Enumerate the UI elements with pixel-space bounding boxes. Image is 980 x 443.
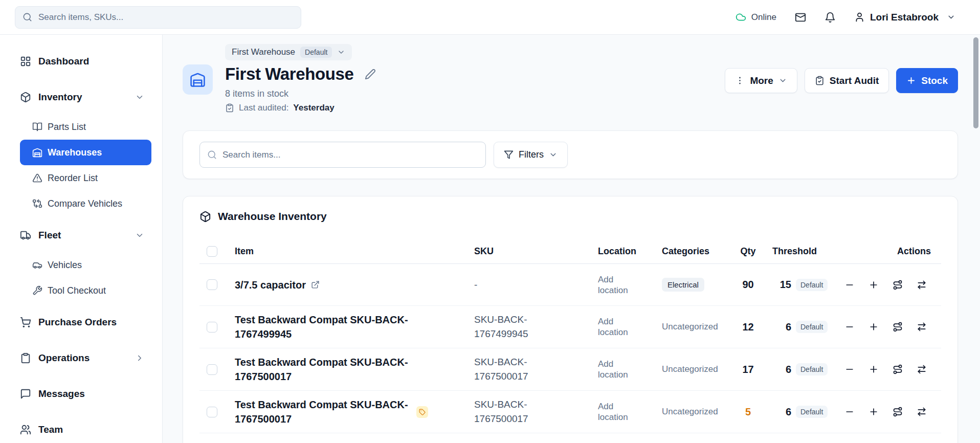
sidebar-item-dashboard[interactable]: Dashboard: [11, 49, 151, 74]
mail-icon: [795, 12, 806, 23]
add-location-link[interactable]: Add location: [598, 401, 635, 423]
global-search[interactable]: [15, 6, 301, 29]
add-location-link[interactable]: Add location: [598, 316, 635, 338]
decrement-qty-button[interactable]: [844, 280, 855, 290]
truck-icon: [20, 230, 31, 241]
alert-triangle-icon: [32, 173, 42, 183]
clipboard-icon: [20, 352, 31, 364]
add-stock-button[interactable]: Stock: [896, 68, 958, 93]
warehouse-switcher[interactable]: First Warehouse Default: [225, 44, 352, 60]
row-checkbox[interactable]: [207, 407, 217, 417]
category-label: Electrical: [662, 278, 704, 292]
sku-value: SKU-BACK-1767499945: [474, 313, 561, 341]
chevron-right-icon: [135, 353, 144, 363]
sidebar-item-reorder-list[interactable]: Reorder List: [20, 165, 151, 191]
cloud-icon: [736, 12, 746, 23]
minus-icon: [844, 364, 855, 374]
user-menu[interactable]: Lori Estabrook: [854, 12, 955, 23]
chevron-down-icon: [135, 93, 144, 102]
route-icon: [893, 364, 903, 374]
transfer-stock-button[interactable]: [917, 322, 927, 332]
car-icon: [32, 260, 42, 270]
items-search-input[interactable]: [222, 150, 478, 160]
book-open-icon: [32, 122, 42, 132]
global-search-input[interactable]: [38, 12, 294, 23]
col-sku: SKU: [474, 246, 494, 257]
inventory-card-title: Warehouse Inventory: [199, 210, 941, 223]
topbar: Online Lori Estabrook: [0, 0, 980, 35]
default-badge: Default: [300, 47, 332, 58]
adjust-stock-button[interactable]: [893, 322, 903, 332]
user-icon: [854, 12, 865, 23]
table-row: Test Backward Compat SKU-BACK-1767499945…: [199, 306, 941, 348]
last-audited: Last audited: Yesterday: [225, 103, 376, 113]
filters-button[interactable]: Filters: [494, 142, 568, 168]
threshold-value: 6: [772, 406, 791, 418]
row-checkbox[interactable]: [207, 364, 217, 375]
sidebar-item-warehouses[interactable]: Warehouses: [20, 140, 151, 165]
sidebar-item-compare-vehicles[interactable]: Compare Vehicles: [20, 191, 151, 216]
sidebar-item-fleet[interactable]: Fleet: [11, 223, 151, 248]
col-threshold: Threshold: [772, 246, 817, 257]
row-checkbox[interactable]: [207, 279, 217, 290]
transfer-stock-button[interactable]: [917, 407, 927, 417]
tag-badge-icon: [416, 406, 428, 418]
sidebar-item-inventory[interactable]: Inventory: [11, 84, 151, 110]
transfer-stock-button[interactable]: [917, 364, 927, 374]
plus-icon: [868, 407, 879, 417]
adjust-stock-button[interactable]: [893, 280, 903, 290]
decrement-qty-button[interactable]: [844, 364, 855, 374]
item-name[interactable]: Test Backward Compat SKU-BACK-1767500017: [235, 355, 411, 384]
messages-button[interactable]: [795, 12, 806, 23]
inventory-card: Warehouse Inventory Item SKU Location Ca…: [183, 196, 958, 443]
sidebar-item-purchase-orders[interactable]: Purchase Orders: [11, 309, 151, 335]
increment-qty-button[interactable]: [868, 364, 879, 374]
item-name[interactable]: 3/7.5 capacitor: [235, 278, 306, 292]
col-location: Location: [598, 246, 636, 257]
route-icon: [893, 280, 903, 290]
sidebar-item-tool-checkout[interactable]: Tool Checkout: [20, 278, 151, 303]
sidebar-item-parts-list[interactable]: Parts List: [20, 114, 151, 140]
increment-qty-button[interactable]: [868, 322, 879, 332]
items-search[interactable]: [199, 142, 486, 168]
qty-value: 17: [742, 364, 753, 375]
search-icon: [23, 12, 32, 22]
sidebar-item-messages[interactable]: Messages: [11, 381, 151, 407]
chevron-down-icon: [135, 231, 144, 240]
sku-value: SKU-BACK-1767500017: [474, 397, 561, 426]
adjust-stock-button[interactable]: [893, 407, 903, 417]
item-name[interactable]: Test Backward Compat SKU-BACK-1767499945: [235, 313, 411, 341]
sidebar-item-vehicles[interactable]: Vehicles: [20, 252, 151, 278]
clipboard-check-icon: [815, 76, 825, 85]
increment-qty-button[interactable]: [868, 280, 879, 290]
decrement-qty-button[interactable]: [844, 322, 855, 332]
more-vertical-icon: [735, 76, 745, 85]
add-location-link[interactable]: Add location: [598, 274, 635, 296]
start-audit-button[interactable]: Start Audit: [805, 68, 889, 93]
add-location-link[interactable]: Add location: [598, 359, 635, 380]
arrow-right-left-icon: [917, 322, 927, 332]
edit-title-button[interactable]: [365, 69, 376, 80]
clipboard-check-icon: [225, 103, 234, 113]
scrollbar-thumb[interactable]: [973, 37, 978, 128]
row-checkbox[interactable]: [207, 322, 217, 333]
arrow-right-left-icon: [917, 407, 927, 417]
sidebar-item-operations[interactable]: Operations: [11, 345, 151, 371]
external-link-icon[interactable]: [311, 280, 320, 289]
transfer-stock-button[interactable]: [917, 280, 927, 290]
more-button[interactable]: More: [725, 68, 797, 93]
decrement-qty-button[interactable]: [844, 407, 855, 417]
increment-qty-button[interactable]: [868, 407, 879, 417]
threshold-badge: Default: [796, 279, 828, 291]
notifications-button[interactable]: [825, 12, 836, 23]
inventory-subnav: Parts List Warehouses Reorder List Compa…: [11, 114, 151, 216]
select-all-checkbox[interactable]: [207, 246, 217, 257]
item-name[interactable]: Test Backward Compat SKU-BACK-1767500017: [235, 397, 411, 426]
qty-value: 12: [742, 321, 753, 333]
adjust-stock-button[interactable]: [893, 364, 903, 374]
bell-icon: [825, 12, 836, 23]
fleet-subnav: Vehicles Tool Checkout: [11, 252, 151, 303]
connection-status: Online: [736, 12, 776, 23]
sidebar-item-team[interactable]: Team: [11, 417, 151, 442]
shopping-cart-icon: [20, 317, 31, 328]
